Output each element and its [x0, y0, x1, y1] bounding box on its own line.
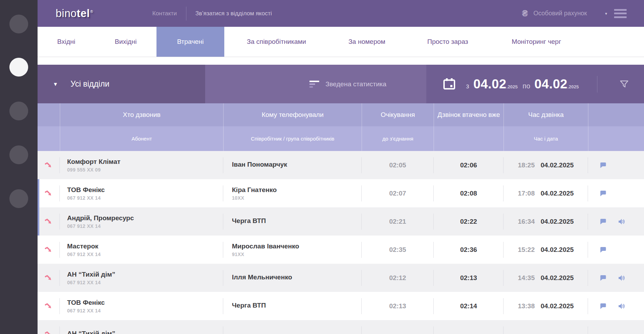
caller-name: ТОВ Фенікс	[67, 186, 105, 194]
missed-call-icon	[44, 273, 53, 283]
tab-by-number[interactable]: За номером	[329, 27, 405, 57]
callee-name: Мирослав Іванченко	[232, 242, 299, 250]
sidebar-avatar-circle[interactable]	[9, 145, 28, 164]
subheader-before-connect: до з’єднання	[362, 126, 434, 151]
callee-name: Кіра Гнатенко	[232, 186, 277, 194]
account-label: Особовий рахунок	[533, 10, 587, 17]
date-from-value[interactable]: 04.02	[473, 77, 506, 92]
lost-since-time: 02:06	[434, 151, 504, 179]
subheader-time-date: Час і дата	[504, 126, 588, 151]
subheader-subscriber: Абонент	[60, 126, 223, 151]
call-time: 18:25	[518, 161, 535, 169]
comment-icon[interactable]	[598, 302, 608, 310]
summary-stats-section: Зведена статистика	[205, 65, 426, 103]
header-caller: Хто дзвонив	[60, 103, 223, 126]
top-bar: binotel® Контакти Зв’язатися з відділом …	[38, 0, 644, 27]
comment-icon[interactable]	[598, 217, 608, 226]
table-subheader-row: Абонент Співробітник / група співробітни…	[38, 126, 644, 151]
table-row[interactable]: ТОВ Фенікс067 912 XX 14 Черга ВТП 02:13 …	[38, 292, 644, 320]
contacts-link[interactable]: Контакти	[152, 10, 177, 17]
comment-icon[interactable]	[598, 161, 608, 169]
chevron-down-icon[interactable]: ▾	[605, 11, 607, 16]
sidebar-avatar-circle-active[interactable]	[9, 58, 28, 77]
account-menu[interactable]: ₴ Особовий рахунок ▾	[522, 8, 627, 18]
calendar-icon[interactable]	[442, 77, 456, 91]
callee-name: Черга ВТП	[232, 217, 266, 225]
department-label: Усі відділи	[71, 79, 110, 89]
lost-since-time: 02:13	[434, 264, 504, 292]
date-to-label: по	[523, 82, 530, 90]
caller-name: ТОВ Фенікс	[67, 299, 105, 307]
tab-missed[interactable]: Втрачені	[156, 27, 224, 57]
table-row[interactable]: Мастерок067 912 XX 14 Мирослав Іванченко…	[38, 236, 644, 264]
caller-name: АН “Тихій дім”	[67, 330, 115, 334]
filter-funnel-icon[interactable]	[619, 79, 629, 89]
caller-phone: 099 555 XX 09	[67, 167, 101, 173]
quality-dept-link[interactable]: Зв’язатися з відділом якості	[195, 10, 272, 17]
date-from-label: з	[466, 82, 469, 90]
lost-since-time: 02:36	[434, 236, 504, 264]
header-icon-col	[38, 103, 60, 126]
tab-by-employee[interactable]: За співробітниками	[224, 27, 329, 57]
hamburger-menu-icon[interactable]	[614, 9, 627, 18]
waiting-time: 02:12	[362, 264, 434, 292]
table-header-row: Хто дзвонив Кому телефонували Очікування…	[38, 103, 644, 126]
comment-icon[interactable]	[598, 189, 608, 198]
department-selector[interactable]: ▼ Усі відділи	[38, 65, 205, 103]
currency-hryvnia-icon: ₴	[522, 8, 528, 18]
waiting-time: 02:07	[362, 179, 434, 207]
caller-phone: 067 912 XX 14	[67, 252, 101, 257]
sidebar-avatar-circle[interactable]	[9, 102, 28, 120]
callee-extension: 91XX	[232, 252, 244, 257]
logo-bold: tel	[77, 7, 90, 19]
missed-call-icon	[44, 302, 53, 311]
speaker-icon[interactable]	[617, 302, 626, 310]
logo-registered-mark: ®	[90, 9, 93, 14]
table-row[interactable]: АН “Тихій дім”067 912 XX 14 Ілля Мельнич…	[38, 264, 644, 292]
callee-name: Черга ВТП	[232, 302, 266, 309]
call-date: 04.02.2025	[541, 274, 574, 282]
call-date: 04.02.2025	[541, 161, 574, 169]
table-row[interactable]: АН “Тихій дім”	[38, 320, 644, 334]
callee-name: Ілля Мельниченко	[232, 273, 292, 281]
speaker-icon[interactable]	[617, 274, 626, 282]
stats-bars-icon[interactable]	[309, 80, 320, 89]
missed-call-icon	[44, 161, 53, 170]
call-date: 04.02.2025	[541, 190, 574, 197]
header-waiting: Очікування	[362, 103, 434, 126]
call-time: 17:08	[518, 190, 535, 197]
table-row[interactable]: Андрій, Промресурс067 912 XX 14 Черга ВТ…	[38, 207, 644, 236]
lost-since-time: 02:08	[434, 179, 504, 207]
caller-phone: 067 912 XX 14	[67, 280, 101, 285]
lost-since-time: 02:22	[434, 207, 504, 236]
tab-queue-monitoring[interactable]: Моніторинг черг	[490, 27, 582, 57]
subheader-icon-col	[38, 126, 60, 151]
callee-extension: 10XX	[232, 195, 244, 201]
comment-icon[interactable]	[598, 246, 608, 254]
summary-stats-label[interactable]: Зведена статистика	[325, 80, 386, 88]
comment-icon[interactable]	[598, 274, 608, 282]
date-to-value[interactable]: 04.02	[534, 77, 567, 92]
filter-bar: ▼ Усі відділи Зведена статистика	[38, 65, 644, 103]
topbar-divider	[186, 7, 186, 21]
speaker-icon[interactable]	[617, 217, 626, 226]
date-range-picker[interactable]: з 04.02 .2025 по 04.02 .2025	[466, 77, 579, 92]
header-actions-col	[588, 103, 644, 126]
missed-call-icon	[44, 330, 53, 334]
section-tabs: Вхідні Вихідні Втрачені За співробітника…	[38, 27, 644, 57]
dropdown-caret-icon[interactable]: ▼	[53, 81, 58, 87]
caller-name: АН “Тихій дім”	[67, 271, 115, 278]
binotel-logo: binotel®	[56, 7, 93, 20]
sidebar-avatar-circle[interactable]	[9, 189, 28, 208]
date-from-year: .2025	[506, 84, 518, 89]
table-row[interactable]: ТОВ Фенікс067 912 XX 14 Кіра Гнатенко10X…	[38, 179, 644, 207]
waiting-time	[362, 320, 434, 334]
tab-right-now[interactable]: Просто зараз	[405, 27, 490, 57]
tab-incoming[interactable]: Вхідні	[38, 27, 95, 57]
sidebar-avatar-circle[interactable]	[9, 15, 28, 33]
date-to-year: .2025	[567, 84, 579, 89]
tab-outgoing[interactable]: Вихідні	[95, 27, 156, 57]
caller-name: Мастерок	[67, 242, 98, 250]
table-row[interactable]: Комфорт Клімат099 555 XX 09 Іван Пономар…	[38, 151, 644, 179]
call-date: 04.02.2025	[541, 246, 574, 254]
